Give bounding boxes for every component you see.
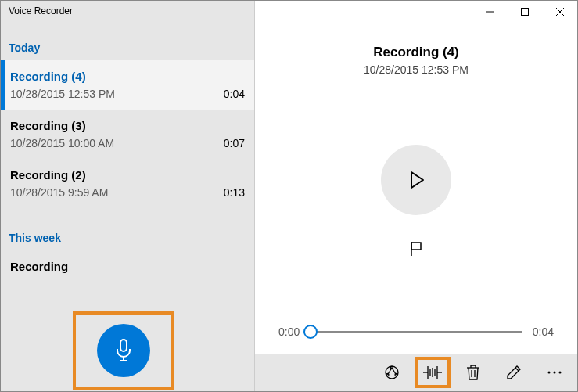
more-button[interactable]: [537, 357, 573, 388]
share-icon: [383, 364, 400, 381]
close-button[interactable]: [542, 1, 577, 23]
detail-timestamp: 10/28/2015 12:53 PM: [255, 63, 577, 76]
trim-icon: [423, 365, 442, 379]
window-controls: [255, 1, 577, 26]
flag-icon: [407, 240, 425, 257]
record-button-highlight: [73, 311, 174, 390]
svg-rect-4: [521, 9, 528, 16]
recording-name: Recording (3): [10, 119, 86, 132]
recording-name: Recording: [10, 260, 68, 273]
seek-duration: 0:04: [533, 325, 554, 338]
record-button[interactable]: [97, 324, 150, 377]
delete-button[interactable]: [455, 357, 491, 388]
play-icon: [404, 168, 428, 192]
recording-duration: 0:07: [224, 137, 245, 149]
recording-timestamp: 10/28/2015 9:59 AM: [10, 186, 108, 199]
svg-rect-0: [120, 340, 127, 351]
app-title: Voice Recorder: [1, 1, 254, 26]
svg-line-14: [388, 368, 393, 375]
command-bar: [255, 354, 577, 391]
recordings-sidebar: Voice Recorder Today Recording (4) 10/28…: [1, 1, 255, 391]
recording-name: Recording (2): [10, 168, 86, 182]
svg-marker-7: [411, 172, 423, 188]
trim-button[interactable]: [415, 357, 451, 388]
add-marker-button[interactable]: [407, 240, 425, 257]
recording-item[interactable]: Recording (4) 10/28/2015 12:53 PM 0:04: [1, 60, 254, 110]
rename-button[interactable]: [496, 357, 532, 388]
recording-timestamp: 10/28/2015 12:53 PM: [10, 88, 115, 100]
pencil-icon: [505, 364, 522, 381]
share-button[interactable]: [374, 357, 410, 388]
svg-point-27: [548, 372, 551, 374]
recording-duration: 0:13: [224, 186, 245, 199]
recording-item[interactable]: Recording: [1, 250, 254, 282]
seek-bar[interactable]: 0:00 0:04: [255, 325, 577, 354]
minimize-button[interactable]: [472, 1, 507, 23]
svg-line-15: [392, 368, 397, 375]
recording-item[interactable]: Recording (2) 10/28/2015 9:59 AM 0:13: [1, 159, 254, 208]
maximize-button[interactable]: [507, 1, 542, 23]
recording-name: Recording (4): [10, 70, 86, 83]
svg-rect-9: [411, 243, 421, 250]
trash-icon: [465, 364, 481, 381]
seek-thumb[interactable]: [303, 325, 318, 339]
recording-timestamp: 10/28/2015 10:00 AM: [10, 137, 114, 149]
recording-duration: 0:04: [224, 88, 245, 100]
ellipsis-icon: [547, 370, 562, 375]
section-this-week: This week: [1, 208, 254, 250]
detail-title: Recording (4): [255, 45, 577, 60]
seek-track[interactable]: [311, 331, 522, 333]
svg-line-26: [515, 368, 519, 371]
play-button[interactable]: [381, 145, 451, 215]
section-today: Today: [1, 26, 254, 60]
recording-item[interactable]: Recording (3) 10/28/2015 10:00 AM 0:07: [1, 110, 254, 159]
svg-point-29: [559, 372, 562, 374]
svg-point-28: [554, 372, 556, 374]
seek-position: 0:00: [278, 325, 300, 338]
microphone-icon: [113, 339, 134, 362]
detail-pane: Recording (4) 10/28/2015 12:53 PM 0:00 0: [255, 1, 577, 391]
